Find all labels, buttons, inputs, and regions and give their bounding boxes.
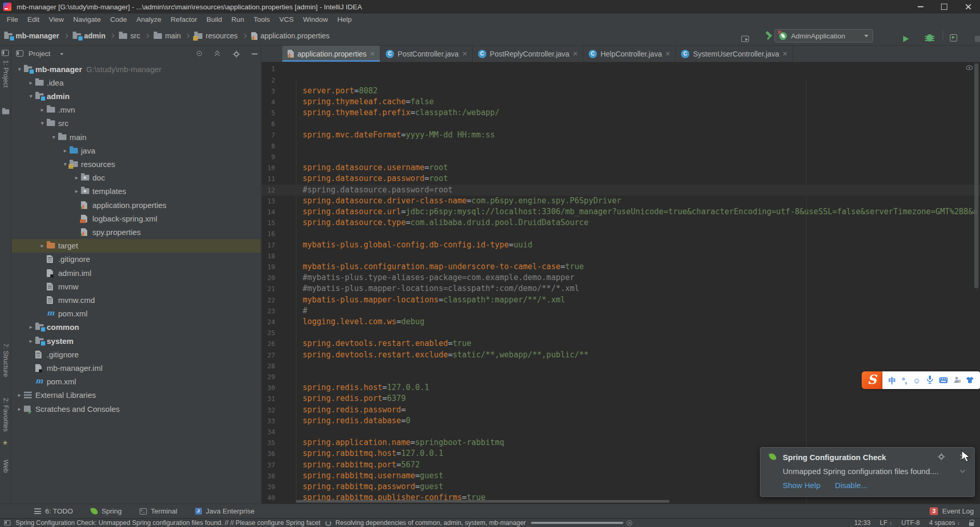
tree-item-doc[interactable]: doc (12, 171, 261, 185)
tree-item-application-properties[interactable]: application.properties (12, 198, 261, 212)
tree-item-mvn[interactable]: .mvn (12, 103, 261, 117)
breadcrumb-item-resources[interactable]: resources (194, 32, 237, 40)
tree-item-templates[interactable]: templates (12, 185, 261, 198)
tree-chevron-open-icon[interactable] (15, 66, 24, 73)
user-icon[interactable]: 14 (954, 376, 961, 384)
tree-item-java[interactable]: java (12, 144, 261, 157)
tree-item-scratches-and-consoles[interactable]: Scratches and Consoles (12, 402, 261, 415)
editor-line-11[interactable]: 11spring.datasource.password=root (262, 173, 980, 184)
editor-line-26[interactable]: 26spring.devtools.restart.enabled=true (262, 338, 980, 349)
menu-item-edit[interactable]: Edit (23, 13, 44, 26)
menu-item-file[interactable]: File (2, 13, 23, 26)
breadcrumb-item-mb-manager[interactable]: mb-manager (4, 32, 59, 40)
tree-item-mb-manager[interactable]: mb-managerG:\study\mb-manager (12, 62, 261, 76)
editor-line-20[interactable]: 20#mybatis-plus.type-aliases-package=com… (262, 272, 980, 283)
collapse-all-icon[interactable] (214, 51, 220, 57)
tree-chevron-closed-icon[interactable] (72, 174, 81, 181)
tree-item-logback-spring-xml[interactable]: logback-spring.xml (12, 212, 261, 225)
breadcrumb-item-application-properties[interactable]: application.properties (251, 32, 330, 40)
locate-file-icon[interactable] (197, 51, 202, 56)
project-tool-icon[interactable] (2, 50, 9, 56)
tool-window-toggle-icon[interactable] (4, 520, 10, 525)
close-tab-icon[interactable] (370, 51, 375, 56)
tab-postcontroller-java[interactable]: PostController.java (380, 46, 473, 62)
tree-chevron-closed-icon[interactable] (15, 392, 24, 398)
editor-line-16[interactable]: 16 (262, 228, 980, 239)
menu-item-tools[interactable]: Tools (249, 13, 275, 26)
tree-chevron-open-icon[interactable] (26, 93, 35, 100)
close-tab-icon[interactable] (573, 51, 578, 56)
toolwindow-button-6-todo[interactable]: 6: TODO (34, 507, 73, 515)
run-configuration-select[interactable]: AdminApplication (774, 29, 873, 43)
editor-line-21[interactable]: 21#mybatis-plus.mapper-locations=classpa… (262, 283, 980, 294)
editor-line-13[interactable]: 13spring.datasource.driver-class-name=co… (262, 196, 980, 206)
editor-line-33[interactable]: 33spring.redis.database=0 (262, 415, 980, 426)
bookmark-folder-icon[interactable] (2, 109, 9, 114)
close-button[interactable] (956, 0, 980, 13)
tree-chevron-closed-icon[interactable] (26, 79, 35, 86)
menu-item-navigate[interactable]: Navigate (69, 13, 105, 26)
menu-item-analyze[interactable]: Analyze (132, 13, 166, 26)
tree-item-external-libraries[interactable]: External Libraries (12, 389, 261, 402)
tree-item-pom-xml[interactable]: pom.xml (12, 307, 261, 321)
tree-chevron-open-icon[interactable] (49, 134, 58, 141)
tree-chevron-closed-icon[interactable] (38, 242, 47, 249)
editor-line-9[interactable]: 9 (262, 151, 980, 162)
stripe-project-button[interactable]: 1: Project (2, 60, 9, 88)
tree-item-gitignore[interactable]: .gitignore (12, 348, 261, 361)
highlighting-level-eye-icon[interactable] (966, 65, 973, 70)
toolwindow-button-terminal[interactable]: Terminal (140, 507, 178, 515)
microphone-icon[interactable] (927, 376, 933, 385)
readonly-lock-icon[interactable] (969, 522, 974, 526)
editor-line-25[interactable]: 25 (262, 327, 980, 338)
editor-line-23[interactable]: 23# (262, 306, 980, 316)
minimize-button[interactable] (908, 0, 932, 13)
editor-line-10[interactable]: 10spring.datasource.username=root (262, 162, 980, 173)
tree-chevron-closed-icon[interactable] (61, 147, 70, 154)
tree-item-idea[interactable]: .idea (12, 76, 261, 89)
indent-widget[interactable]: 4 spaces↕ (929, 519, 960, 526)
toolwindow-button-spring[interactable]: Spring (91, 507, 122, 515)
menu-item-help[interactable]: Help (333, 13, 357, 26)
build-hammer-icon[interactable] (765, 31, 774, 40)
coverage-button[interactable] (950, 34, 957, 41)
tree-chevron-closed-icon[interactable] (72, 188, 81, 195)
menu-item-run[interactable]: Run (227, 13, 249, 26)
chinese-mode-icon[interactable]: 中 (888, 377, 896, 384)
breadcrumb-item-main[interactable]: main (154, 32, 181, 40)
editor-line-22[interactable]: 22mybatis-plus.mapper-locations=classpat… (262, 295, 980, 306)
tab-systemusercontroller-java[interactable]: SystemUserController.java (676, 46, 793, 62)
tree-chevron-closed-icon[interactable] (26, 324, 35, 330)
close-tab-icon[interactable] (462, 51, 467, 56)
debug-button[interactable] (927, 34, 933, 41)
status-message[interactable]: Spring Configuration Check: Unmapped Spr… (16, 519, 320, 526)
editor-line-28[interactable]: 28 (262, 360, 980, 371)
editor-line-1[interactable]: 1 (262, 63, 980, 74)
stripe-favorites-button[interactable]: 2: Favorites (2, 398, 9, 432)
event-log-widget[interactable]: 3 Event Log (930, 507, 980, 515)
tree-item-admin[interactable]: admin (12, 89, 261, 103)
tree-chevron-closed-icon[interactable] (38, 106, 47, 113)
emoji-icon[interactable]: ☺ (913, 377, 920, 384)
editor-line-18[interactable]: 18 (262, 251, 980, 261)
line-ending-widget[interactable]: LF↕ (880, 519, 892, 526)
editor-line-15[interactable]: 15spring.datasource.type=com.alibaba.dru… (262, 217, 980, 228)
tree-item-resources[interactable]: resources (12, 157, 261, 171)
notification-link-show-help[interactable]: Show Help (783, 481, 821, 490)
close-tab-icon[interactable] (665, 51, 670, 56)
tree-item-main[interactable]: main (12, 130, 261, 144)
tab-application-properties[interactable]: application.properties (282, 46, 380, 62)
editor-line-12[interactable]: 12#spring.datasource.password=root (262, 185, 980, 196)
menu-item-vcs[interactable]: VCS (275, 13, 298, 26)
panel-settings-gear-icon[interactable] (234, 52, 239, 57)
skin-icon[interactable] (966, 377, 974, 384)
editor-line-2[interactable]: 2 (262, 75, 980, 86)
tree-item-pom-xml[interactable]: pom.xml (12, 375, 261, 389)
tree-item-src[interactable]: src (12, 117, 261, 130)
editor-line-3[interactable]: 3server.port=8082 (262, 86, 980, 96)
breadcrumb-item-src[interactable]: src (119, 32, 140, 40)
editor-line-24[interactable]: 24logging.level.com.ws=debug (262, 316, 980, 327)
tree-chevron-open-icon[interactable] (38, 120, 47, 127)
vertical-scrollbar[interactable] (974, 63, 978, 288)
menu-item-code[interactable]: Code (105, 13, 131, 26)
